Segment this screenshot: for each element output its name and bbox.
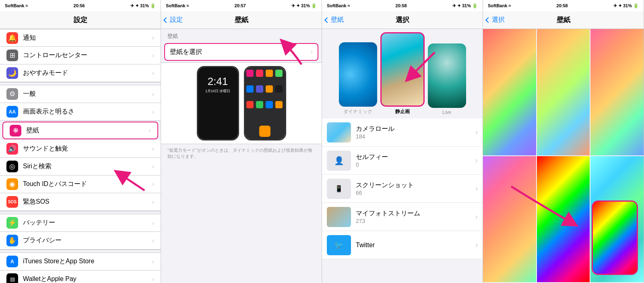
screenshots-thumb: 📱 [327, 179, 351, 199]
screenshots-name: スクリーンショット [356, 181, 471, 190]
siri-icon: ◎ [6, 161, 18, 172]
twitter-name: Twitter [356, 242, 471, 249]
twitter-thumb: 🐦 [327, 235, 351, 255]
status-signal-3: ✈ ✦ 31% 🔋 [452, 3, 478, 8]
selected-wallpaper-preview [592, 200, 638, 275]
controlcenter-label: コントロールセンター [23, 51, 147, 60]
status-bar-1: SoftBank ≈ 20:56 ✈ ✦ 31% 🔋 [0, 0, 161, 11]
controlcenter-icon: ⊞ [6, 50, 18, 61]
select-chevron-icon: › [311, 48, 313, 56]
color-cell-1[interactable] [483, 29, 536, 155]
homescreen-preview [244, 66, 286, 140]
nav-bar-wallpaper-grid: 選択 壁紙 [483, 11, 644, 29]
battery-chevron: › [152, 219, 154, 227]
status-carrier-4: SoftBank ≈ [488, 3, 511, 8]
selfie-chevron: › [475, 156, 478, 165]
list-item-wallpaper[interactable]: ❋ 壁紙 › [2, 122, 158, 139]
photo-albums-list: カメラロール 184 › 👤 セルフィー 0 › 📱 スクリーンショット 66 … [322, 118, 483, 283]
nav-title-wallpaper: 壁紙 [235, 15, 248, 25]
album-photostream[interactable]: マイフォトストリーム 273 › [322, 203, 483, 231]
photostream-thumb [327, 207, 351, 227]
sounds-icon: 🔊 [6, 143, 18, 155]
list-item-sos[interactable]: SOS 緊急SOS › [0, 193, 161, 211]
app-icon-6 [256, 85, 263, 93]
dynamic-preview[interactable] [339, 42, 377, 107]
camera-roll-thumb [327, 122, 351, 143]
notifications-icon: 🔔 [6, 32, 18, 44]
back-chevron-icon [163, 17, 169, 23]
lockscreen-screen: 2:41 1月10日 水曜日 [198, 67, 238, 139]
nav-back-grid[interactable]: 選択 [486, 16, 505, 24]
sos-icon: SOS [6, 196, 18, 208]
twitter-info: Twitter [356, 242, 471, 249]
still-preview[interactable] [380, 32, 425, 107]
settings-list: 🔔 通知 › ⊞ コントロールセンター › 🌙 おやすみモード › ⚙ 一般 ›… [0, 29, 161, 283]
list-item-battery[interactable]: ⚡ バッテリー › [0, 214, 161, 232]
dynamic-preview-container: ダイナミック [339, 42, 377, 115]
album-twitter[interactable]: 🐦 Twitter › [322, 231, 483, 259]
homescreen-mockup [244, 66, 286, 140]
privacy-icon: ✋ [6, 235, 18, 246]
list-item-siri[interactable]: ◎ Siriと検索 › [0, 158, 161, 176]
status-time-3: 20:58 [396, 3, 407, 8]
phone-date: 1月10日 水曜日 [205, 89, 231, 94]
list-item-privacy[interactable]: ✋ プライバシー › [0, 232, 161, 250]
status-bar-3: SoftBank ≈ 20:58 ✈ ✦ 31% 🔋 [322, 0, 483, 11]
back-label-selection: 壁紙 [331, 16, 344, 24]
photostream-name: マイフォトストリーム [356, 209, 471, 218]
color-cell-3[interactable] [590, 29, 644, 155]
photostream-chevron: › [475, 213, 478, 221]
list-item-controlcenter[interactable]: ⊞ コントロールセンター › [0, 47, 161, 64]
list-item-donotdisturb[interactable]: 🌙 おやすみモード › [0, 64, 161, 82]
album-selfie[interactable]: 👤 セルフィー 0 › [322, 147, 483, 175]
status-signal-4: ✈ ✦ 31% 🔋 [613, 3, 639, 8]
display-chevron: › [152, 108, 154, 116]
app-icon-12 [275, 101, 283, 108]
list-item-notifications[interactable]: 🔔 通知 › [0, 29, 161, 47]
nav-title-wallpaper-grid: 壁紙 [557, 15, 570, 25]
app-icon-3 [266, 70, 273, 77]
screenshots-info: スクリーンショット 66 [356, 181, 471, 196]
nav-title-settings: 設定 [74, 15, 87, 25]
status-bar-2: SoftBank ≈ 20:57 ✈ ✦ 31% 🔋 [161, 0, 322, 11]
status-signal-1: ✈ ✦ 31% 🔋 [130, 3, 156, 8]
selfie-info: セルフィー 0 [356, 153, 471, 168]
camera-roll-info: カメラロール 184 [356, 125, 471, 140]
list-item-wallet[interactable]: ▤ WalletとApple Pay › [0, 271, 161, 283]
screen-wallpaper-grid: SoftBank ≈ 20:58 ✈ ✦ 31% 🔋 選択 壁紙 [483, 0, 644, 283]
donotdisturb-icon: 🌙 [6, 67, 18, 79]
lockscreen-mockup: 2:41 1月10日 水曜日 [197, 66, 239, 140]
list-item-sounds[interactable]: 🔊 サウンドと触覚 › [0, 140, 161, 158]
list-item-display[interactable]: AA 画面表示と明るさ › [0, 103, 161, 121]
photostream-info: マイフォトストリーム 273 [356, 209, 471, 224]
sos-chevron: › [152, 198, 154, 206]
back-chevron-grid-icon [485, 17, 491, 23]
nav-back-wallpaper[interactable]: 設定 [164, 16, 183, 24]
battery-label: バッテリー [23, 219, 147, 227]
color-cell-5[interactable] [537, 156, 590, 283]
itunes-icon: A [6, 256, 18, 267]
back-label-wallpaper: 設定 [170, 16, 183, 24]
selfie-name: セルフィー [356, 153, 471, 161]
status-carrier-3: SoftBank ≈ [327, 3, 350, 8]
live-preview[interactable] [428, 43, 466, 108]
general-chevron: › [152, 91, 154, 98]
notifications-label: 通知 [23, 34, 147, 42]
list-item-touchid[interactable]: ◉ Touch IDとパスコード › [0, 176, 161, 193]
color-cell-2[interactable] [537, 29, 590, 155]
album-camera-roll[interactable]: カメラロール 184 › [322, 118, 483, 147]
color-cell-4[interactable] [483, 156, 536, 283]
nav-title-selection: 選択 [396, 15, 409, 25]
list-item-general[interactable]: ⚙ 一般 › [0, 85, 161, 103]
twitter-chevron: › [475, 241, 478, 249]
nav-bar-selection: 壁紙 選択 [322, 11, 483, 29]
selfie-thumb: 👤 [327, 151, 351, 171]
lockscreen-preview: 2:41 1月10日 水曜日 [197, 66, 239, 140]
status-time-4: 20:58 [557, 3, 568, 8]
sounds-label: サウンドと触覚 [23, 145, 147, 153]
list-item-itunes[interactable]: A iTunes StoreとApp Store › [0, 253, 161, 271]
album-screenshots[interactable]: 📱 スクリーンショット 66 › [322, 175, 483, 203]
select-wallpaper-button[interactable]: 壁紙を選択 › [164, 43, 318, 61]
nav-back-selection[interactable]: 壁紙 [325, 16, 344, 24]
privacy-label: プライバシー [23, 236, 147, 245]
